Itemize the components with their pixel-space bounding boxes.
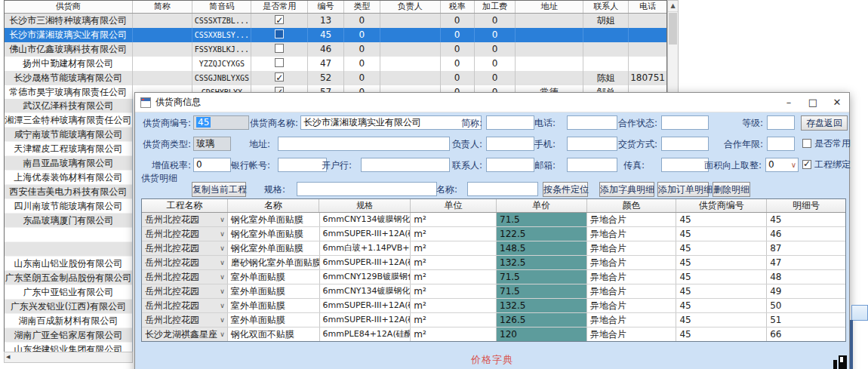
column-header-abbr[interactable]: 简称 — [133, 1, 193, 13]
common-checkbox[interactable] — [275, 15, 284, 24]
cell-price[interactable]: 122.5 — [497, 227, 587, 241]
column-header-manager[interactable]: 负责人 — [380, 1, 441, 13]
delete-detail-button[interactable]: 删除明细 — [713, 182, 750, 197]
supplier-list-item[interactable]: 广东坚朗五金制品股份有限公司 — [5, 271, 132, 285]
project-combo-cell[interactable]: 岳州北控花园 — [142, 299, 228, 312]
supplier-list-item[interactable]: 湖南广亚全铝家居有限公司 — [5, 328, 132, 343]
cell-price[interactable]: 148.5 — [497, 241, 587, 255]
common-checkbox[interactable] — [275, 72, 284, 81]
name-filter-field[interactable] — [467, 182, 538, 196]
copy-project-button[interactable]: 复制当前工程 — [192, 182, 246, 197]
project-combo-cell[interactable]: 岳州北控花园 — [142, 227, 228, 241]
project-combo-cell[interactable]: 岳州北控花园 — [142, 313, 228, 327]
column-header-code[interactable]: 简音码 — [192, 1, 251, 13]
column-header-tax[interactable]: 税率 — [441, 1, 475, 13]
scroll-left-icon[interactable]: ◀ — [6, 352, 10, 362]
detail-row[interactable]: 岳州北控花园 钢化室外单面贴膜 6mm白玻+1.14PVB+6mm... m² … — [142, 241, 845, 256]
supplier-list-item[interactable] — [5, 228, 132, 242]
cell-price[interactable]: 120 — [497, 327, 587, 341]
locate-button[interactable]: 按条件定位 — [543, 182, 588, 197]
list-horizontal-scrollbar[interactable]: ◀ — [4, 352, 133, 363]
dialog-titlebar[interactable]: 供货商信息 – □ ✕ — [135, 93, 849, 112]
column-header-project[interactable]: 工程名称 — [142, 199, 228, 212]
common-use-checkbox[interactable]: 是否常用 — [802, 138, 851, 150]
column-header-common[interactable]: 是否常用 — [251, 1, 308, 13]
project-combo-cell[interactable]: 岳州北控花园 — [142, 241, 228, 255]
cell-price[interactable]: 132.5 — [497, 299, 587, 312]
column-header-address[interactable]: 地址 — [516, 1, 583, 13]
cell-price[interactable]: 132.5 — [497, 256, 587, 269]
area-round-combo[interactable]: 0∨ — [765, 158, 799, 172]
project-combo-cell[interactable]: 岳州北控花园 — [142, 256, 228, 269]
supplier-list-item[interactable]: 上海优泰装饰材料有限公司 — [5, 171, 132, 185]
supplier-list-item[interactable]: 湘潭三金特种玻璃有限责任公司 — [5, 113, 132, 128]
coop-status-field[interactable] — [661, 115, 709, 130]
common-checkbox[interactable] — [275, 58, 284, 67]
table-row[interactable]: 佛山市亿鑫玻璃科技有限公司 FSSYXBLKJ... 46 0 0 0 — [5, 42, 666, 57]
table-row[interactable]: 扬州中勤建材有限公司 YZZQJCYXGS 47 0 0 0 — [5, 57, 666, 71]
supplier-list-item[interactable]: 南昌亚晶玻璃有限公司 — [5, 156, 132, 171]
supplier-list-item[interactable]: 湖南百成新材料有限公司 — [5, 314, 132, 328]
grade-field[interactable] — [767, 115, 795, 130]
column-header-color[interactable]: 颜色 — [587, 199, 677, 212]
scrollbar-thumb[interactable] — [669, 13, 677, 45]
supplier-type-field[interactable]: 玻璃 — [193, 137, 231, 151]
common-checkbox[interactable] — [275, 29, 284, 38]
detail-row[interactable]: 岳州北控花园 室外单面贴膜 6mmSUPER-III+12A(硅... m² 1… — [142, 299, 845, 313]
delivery-field[interactable] — [661, 137, 709, 151]
supplier-list-item[interactable]: 西安佳吉美电力科技有限公司 — [5, 185, 132, 199]
column-header-name[interactable]: 名称 — [228, 199, 320, 212]
supplier-list-item[interactable]: 东晶玻璃厦门有限公司 — [5, 214, 132, 228]
cell-price[interactable]: 71.5 — [497, 213, 587, 226]
address-field[interactable] — [278, 137, 450, 151]
detail-row[interactable]: 岳州北控花园 室外单面贴膜 6mmCNY129B镀膜钢化 m² 71.5 异地合… — [142, 270, 845, 284]
scroll-up-icon[interactable]: ▲ — [668, 1, 678, 12]
column-header-contact[interactable]: 联系人 — [583, 1, 629, 13]
supplier-list-item[interactable]: 天津耀皮工程玻璃有限公司 — [5, 142, 132, 156]
cell-price[interactable]: 126.5 — [497, 313, 587, 327]
supplier-list-item[interactable]: 武汉亿泽科技有限公司 — [5, 99, 132, 113]
supplier-list-item[interactable]: 咸宁南玻节能玻璃有限公司 — [5, 128, 132, 142]
project-bind-checkbox[interactable]: 工程绑定 — [802, 159, 851, 171]
project-combo-cell[interactable]: 岳州北控花园 — [142, 270, 228, 284]
maximize-button[interactable]: □ — [801, 93, 825, 112]
project-combo-cell[interactable]: 岳州北控花园 — [142, 284, 228, 298]
column-header-type[interactable]: 类型 — [344, 1, 380, 13]
column-header-fee[interactable]: 加工费 — [475, 1, 516, 13]
detail-row[interactable]: 岳州北控花园 钢化室外单面贴膜 6mmCNY134镀膜钢化 m² 71.5 异地… — [142, 213, 845, 227]
supplier-list-item[interactable] — [5, 242, 132, 257]
bank-field[interactable] — [361, 158, 450, 172]
detail-row[interactable]: 长沙龙湖祺鑫星座 钢化双面不贴膜 6mmPLE84+12A(硅酮胶... m² … — [142, 327, 845, 342]
cell-price[interactable]: 71.5 — [497, 284, 587, 298]
column-header-unit[interactable]: 单位 — [411, 199, 497, 212]
add-dict-detail-button[interactable]: 添加字典明细 — [599, 182, 654, 197]
bank-account-field[interactable] — [278, 158, 327, 172]
column-header-price[interactable]: 单价 — [497, 199, 587, 212]
column-header-detail-no[interactable]: 明细号 — [767, 199, 845, 212]
supplier-list-item[interactable]: 山东华建铝业集团有限公司 — [5, 343, 132, 352]
cell-price[interactable]: 71.5 — [497, 270, 587, 284]
supplier-list-item[interactable]: 广东中亚铝业有限公司 — [5, 285, 132, 300]
column-header-supplier-no[interactable]: 供货商编号 — [676, 199, 767, 212]
save-return-button[interactable]: 存盘返回 — [801, 115, 848, 131]
supplier-list-item[interactable]: 四川南玻节能玻璃有限公司 — [5, 199, 132, 214]
common-checkbox[interactable] — [275, 44, 284, 53]
table-row[interactable]: 长沙市潇湘玻璃实业有限公司 CSSXXBLSY... 45 0 0 0 — [5, 28, 666, 42]
add-order-detail-button[interactable]: 添加订单明细 — [657, 182, 709, 197]
column-header-supplier[interactable]: 供货商 — [5, 1, 133, 13]
column-header-phone[interactable]: 电话 — [629, 1, 666, 13]
detail-row[interactable]: 岳州北控花园 钢化室外单面贴膜 6mmSUPER-III+12A(硅... m²… — [142, 227, 845, 241]
detail-row[interactable]: 岳州北控花园 室外单面贴膜 6mmSUPER-III+12A(硅... m² 1… — [142, 313, 845, 327]
column-header-spec[interactable]: 规格 — [319, 199, 411, 212]
email-field[interactable] — [567, 158, 617, 172]
close-button[interactable]: ✕ — [825, 93, 849, 112]
supplier-list-item[interactable]: 山东南山铝业股份有限公司 — [5, 257, 132, 271]
coop-years-field[interactable] — [767, 137, 795, 151]
detail-row[interactable]: 岳州北控花园 磨砂钢化室外单面贴膜 6mmSUPER-III+12A(硅... … — [142, 256, 845, 270]
table-row[interactable]: 长沙市三湘特种玻璃有限公司 CSSSXTZBL... 13 0 0 0 胡姐 — [5, 14, 666, 28]
spec-filter-field[interactable] — [297, 182, 437, 196]
project-combo-cell[interactable]: 岳州北控花园 — [142, 213, 228, 226]
detail-row[interactable]: 岳州北控花园 室外单面贴膜 6mmCNY134镀膜钢化 m² 71.5 异地合片… — [142, 284, 845, 299]
column-header-id[interactable]: 编号 — [308, 1, 344, 13]
table-row[interactable]: 长沙晟格节能玻璃有限公司 CSSGJNBLYXGS 52 0 0 0 陈姐 18… — [5, 71, 666, 85]
